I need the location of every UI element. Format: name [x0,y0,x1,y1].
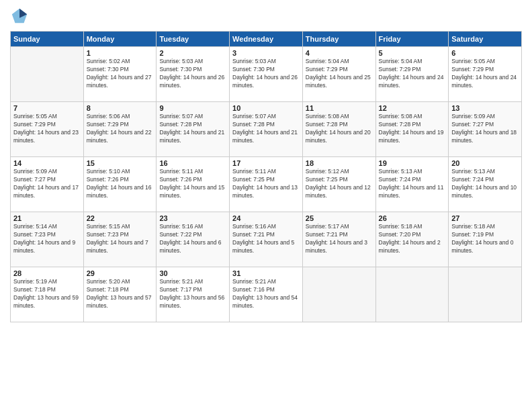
day-number: 8 [87,104,154,112]
day-number: 5 [379,49,446,57]
day-info: Sunrise: 5:03 AMSunset: 7:30 PMDaylight:… [159,58,226,90]
day-info: Sunrise: 5:10 AMSunset: 7:26 PMDaylight:… [87,168,154,200]
day-info: Sunrise: 5:19 AMSunset: 7:18 PMDaylight:… [13,278,81,310]
day-number: 21 [13,214,81,222]
calendar-cell: 30Sunrise: 5:21 AMSunset: 7:17 PMDayligh… [157,267,230,322]
calendar-container: SundayMondayTuesdayWednesdayThursdayFrid… [0,0,532,411]
week-row-3: 14Sunrise: 5:09 AMSunset: 7:27 PMDayligh… [11,157,522,212]
day-info: Sunrise: 5:16 AMSunset: 7:21 PMDaylight:… [232,223,300,255]
day-info: Sunrise: 5:13 AMSunset: 7:24 PMDaylight:… [379,168,446,200]
day-info: Sunrise: 5:06 AMSunset: 7:29 PMDaylight:… [87,113,154,145]
day-info: Sunrise: 5:08 AMSunset: 7:28 PMDaylight:… [306,113,373,145]
week-row-1: 1Sunrise: 5:02 AMSunset: 7:30 PMDaylight… [11,47,522,102]
day-info: Sunrise: 5:11 AMSunset: 7:25 PMDaylight:… [232,168,300,200]
week-row-2: 7Sunrise: 5:05 AMSunset: 7:29 PMDaylight… [11,102,522,157]
day-number: 6 [451,49,519,57]
calendar-cell: 2Sunrise: 5:03 AMSunset: 7:30 PMDaylight… [157,47,230,102]
calendar-cell: 16Sunrise: 5:11 AMSunset: 7:26 PMDayligh… [157,157,230,212]
day-number: 10 [232,104,300,112]
calendar-cell: 4Sunrise: 5:04 AMSunset: 7:29 PMDaylight… [302,47,375,102]
day-number: 30 [159,269,226,277]
day-number: 15 [87,159,154,167]
calendar-cell: 8Sunrise: 5:06 AMSunset: 7:29 PMDaylight… [83,102,157,157]
day-info: Sunrise: 5:07 AMSunset: 7:28 PMDaylight:… [159,113,226,145]
day-info: Sunrise: 5:04 AMSunset: 7:29 PMDaylight:… [306,58,373,90]
weekday-header-friday: Friday [375,32,449,47]
day-info: Sunrise: 5:05 AMSunset: 7:29 PMDaylight:… [451,58,519,90]
calendar-cell: 12Sunrise: 5:08 AMSunset: 7:28 PMDayligh… [375,102,449,157]
day-number: 13 [451,104,519,112]
calendar-cell: 29Sunrise: 5:20 AMSunset: 7:18 PMDayligh… [83,267,157,322]
day-number: 19 [379,159,446,167]
weekday-header-tuesday: Tuesday [157,32,230,47]
weekday-header-wednesday: Wednesday [230,32,303,47]
week-row-4: 21Sunrise: 5:14 AMSunset: 7:23 PMDayligh… [11,212,522,267]
calendar-header [10,7,522,26]
day-number: 7 [13,104,81,112]
day-number: 20 [451,159,519,167]
week-row-5: 28Sunrise: 5:19 AMSunset: 7:18 PMDayligh… [11,267,522,322]
day-info: Sunrise: 5:05 AMSunset: 7:29 PMDaylight:… [13,113,81,145]
day-info: Sunrise: 5:21 AMSunset: 7:17 PMDaylight:… [159,278,226,310]
day-info: Sunrise: 5:08 AMSunset: 7:28 PMDaylight:… [379,113,446,145]
day-number: 12 [379,104,446,112]
day-number: 31 [232,269,300,277]
day-number: 3 [232,49,300,57]
calendar-cell: 6Sunrise: 5:05 AMSunset: 7:29 PMDaylight… [449,47,522,102]
weekday-header-row: SundayMondayTuesdayWednesdayThursdayFrid… [11,32,522,47]
day-number: 22 [87,214,154,222]
calendar-cell: 26Sunrise: 5:18 AMSunset: 7:20 PMDayligh… [375,212,449,267]
day-info: Sunrise: 5:02 AMSunset: 7:30 PMDaylight:… [87,58,154,90]
day-info: Sunrise: 5:04 AMSunset: 7:29 PMDaylight:… [379,58,446,90]
calendar-cell: 20Sunrise: 5:13 AMSunset: 7:24 PMDayligh… [449,157,522,212]
day-info: Sunrise: 5:07 AMSunset: 7:28 PMDaylight:… [232,113,300,145]
day-info: Sunrise: 5:15 AMSunset: 7:23 PMDaylight:… [87,223,154,255]
calendar-cell: 18Sunrise: 5:12 AMSunset: 7:25 PMDayligh… [302,157,375,212]
day-number: 27 [451,214,519,222]
calendar-cell: 7Sunrise: 5:05 AMSunset: 7:29 PMDaylight… [11,102,84,157]
day-info: Sunrise: 5:09 AMSunset: 7:27 PMDaylight:… [13,168,81,200]
day-number: 23 [159,214,226,222]
calendar-cell: 19Sunrise: 5:13 AMSunset: 7:24 PMDayligh… [375,157,449,212]
day-number: 1 [87,49,154,57]
calendar-cell: 15Sunrise: 5:10 AMSunset: 7:26 PMDayligh… [83,157,157,212]
day-info: Sunrise: 5:18 AMSunset: 7:20 PMDaylight:… [379,223,446,255]
day-info: Sunrise: 5:12 AMSunset: 7:25 PMDaylight:… [306,168,373,200]
calendar-cell: 27Sunrise: 5:18 AMSunset: 7:19 PMDayligh… [449,212,522,267]
day-info: Sunrise: 5:13 AMSunset: 7:24 PMDaylight:… [451,168,519,200]
day-number: 26 [379,214,446,222]
day-info: Sunrise: 5:18 AMSunset: 7:19 PMDaylight:… [451,223,519,255]
calendar-cell: 5Sunrise: 5:04 AMSunset: 7:29 PMDaylight… [375,47,449,102]
weekday-header-thursday: Thursday [302,32,375,47]
day-info: Sunrise: 5:21 AMSunset: 7:16 PMDaylight:… [232,278,300,310]
calendar-table: SundayMondayTuesdayWednesdayThursdayFrid… [10,31,522,322]
day-number: 9 [159,104,226,112]
calendar-cell: 1Sunrise: 5:02 AMSunset: 7:30 PMDaylight… [83,47,157,102]
day-number: 18 [306,159,373,167]
calendar-cell: 9Sunrise: 5:07 AMSunset: 7:28 PMDaylight… [157,102,230,157]
day-number: 25 [306,214,373,222]
calendar-cell [302,267,375,322]
day-info: Sunrise: 5:17 AMSunset: 7:21 PMDaylight:… [306,223,373,255]
calendar-cell: 11Sunrise: 5:08 AMSunset: 7:28 PMDayligh… [302,102,375,157]
day-number: 16 [159,159,226,167]
day-number: 11 [306,104,373,112]
day-info: Sunrise: 5:03 AMSunset: 7:30 PMDaylight:… [232,58,300,90]
calendar-cell: 31Sunrise: 5:21 AMSunset: 7:16 PMDayligh… [230,267,303,322]
weekday-header-monday: Monday [83,32,157,47]
day-number: 17 [232,159,300,167]
weekday-header-sunday: Sunday [11,32,84,47]
calendar-cell: 22Sunrise: 5:15 AMSunset: 7:23 PMDayligh… [83,212,157,267]
day-number: 14 [13,159,81,167]
day-number: 24 [232,214,300,222]
calendar-cell: 21Sunrise: 5:14 AMSunset: 7:23 PMDayligh… [11,212,84,267]
calendar-cell: 24Sunrise: 5:16 AMSunset: 7:21 PMDayligh… [230,212,303,267]
logo-icon [10,7,29,26]
day-info: Sunrise: 5:16 AMSunset: 7:22 PMDaylight:… [159,223,226,255]
day-number: 29 [87,269,154,277]
day-info: Sunrise: 5:20 AMSunset: 7:18 PMDaylight:… [87,278,154,310]
day-info: Sunrise: 5:14 AMSunset: 7:23 PMDaylight:… [13,223,81,255]
calendar-cell: 17Sunrise: 5:11 AMSunset: 7:25 PMDayligh… [230,157,303,212]
day-number: 4 [306,49,373,57]
calendar-cell: 25Sunrise: 5:17 AMSunset: 7:21 PMDayligh… [302,212,375,267]
